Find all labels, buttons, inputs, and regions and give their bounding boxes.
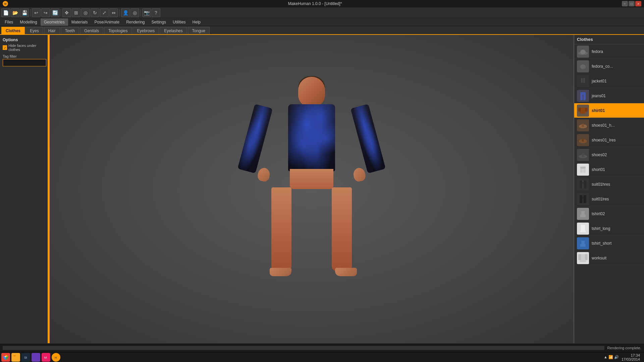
item-label-shirt01: shirt01 bbox=[592, 108, 605, 113]
taskbar-system-icons: ▲ 📶 🔊 bbox=[604, 355, 619, 359]
thumb-worksuit bbox=[577, 252, 589, 264]
tab-clothes[interactable]: Clothes bbox=[1, 27, 25, 34]
clothes-item-fedora[interactable]: fedora bbox=[574, 44, 644, 59]
clothes-item-tshirt02[interactable]: tshirt02 bbox=[574, 206, 644, 221]
menu-utilities[interactable]: Utilities bbox=[169, 18, 189, 26]
item-label-worksuit: worksuit bbox=[592, 256, 606, 260]
thumb-tshirt-short bbox=[577, 237, 589, 249]
clothes-item-worksuit[interactable]: worksuit bbox=[574, 251, 644, 265]
clothes-item-fedora-co[interactable]: fedora_co... bbox=[574, 59, 644, 74]
rotate-button[interactable]: ↻ bbox=[91, 8, 99, 17]
scale-button[interactable]: ⤢ bbox=[100, 8, 109, 17]
grid-button[interactable]: ⊞ bbox=[72, 8, 80, 17]
clothes-item-tshirt-short[interactable]: tshirt_short bbox=[574, 236, 644, 251]
thumb-fedora bbox=[577, 46, 589, 58]
svg-rect-5 bbox=[581, 78, 583, 83]
clothes-item-shirt01[interactable]: shirt01 bbox=[574, 103, 644, 118]
hide-faces-checkbox[interactable]: ✓ bbox=[3, 45, 7, 50]
save-button[interactable]: 💾 bbox=[20, 8, 29, 17]
camera-button[interactable]: 📷 bbox=[142, 8, 151, 17]
clothes-item-tshirt-long[interactable]: tshirt_long bbox=[574, 221, 644, 236]
svg-rect-43 bbox=[13, 355, 16, 356]
menu-modelling[interactable]: Modelling bbox=[16, 18, 40, 26]
hide-faces-option[interactable]: ✓ Hide faces under clothes bbox=[3, 44, 46, 52]
item-label-tshirt-long: tshirt_long bbox=[592, 226, 610, 231]
clothes-item-shoes01-lres[interactable]: shoes01_lres bbox=[574, 133, 644, 147]
open-button[interactable]: 📂 bbox=[11, 8, 19, 17]
mirror-button[interactable]: ⇔ bbox=[109, 8, 118, 17]
svg-rect-14 bbox=[582, 124, 584, 127]
transform-button[interactable]: ✥ bbox=[62, 8, 71, 17]
thumb-shoes02 bbox=[577, 149, 589, 161]
svg-rect-35 bbox=[579, 241, 581, 244]
clothes-item-jacket01[interactable]: jacket01 bbox=[574, 74, 644, 88]
svg-rect-9 bbox=[583, 95, 586, 100]
separator-4 bbox=[141, 9, 141, 16]
svg-point-1 bbox=[580, 50, 586, 54]
snap-button[interactable]: ◎ bbox=[81, 8, 90, 17]
thumb-shirt01 bbox=[577, 105, 589, 117]
tab-tongue[interactable]: Tongue bbox=[188, 27, 210, 34]
right-panel: Clothes fedora fedora_co... jacket01 bbox=[574, 35, 644, 343]
tab-eyelashes[interactable]: Eyelashes bbox=[160, 27, 187, 34]
tab-topologies[interactable]: Topologies bbox=[104, 27, 132, 34]
menu-rendering[interactable]: Rendering bbox=[123, 18, 148, 26]
thumb-fedora-co bbox=[577, 60, 589, 72]
clothes-item-shoes01-h[interactable]: shoes01_h... bbox=[574, 118, 644, 133]
taskbar-steam-icon[interactable]: St bbox=[21, 353, 30, 362]
clothes-item-short01[interactable]: short01 bbox=[574, 162, 644, 177]
svg-rect-19 bbox=[580, 167, 586, 169]
tag-filter-input[interactable] bbox=[3, 59, 46, 66]
options-label: Options bbox=[3, 38, 46, 42]
taskbar-files-icon[interactable] bbox=[11, 353, 20, 362]
menu-pose-animate[interactable]: Pose/Animate bbox=[91, 18, 123, 26]
menu-files[interactable]: Files bbox=[1, 18, 16, 26]
new-button[interactable]: 📄 bbox=[1, 8, 10, 17]
svg-text:H: H bbox=[55, 356, 57, 359]
clothes-item-jeans01[interactable]: jeans01 bbox=[574, 88, 644, 103]
svg-rect-36 bbox=[585, 241, 587, 244]
tab-genitals[interactable]: Genitals bbox=[80, 27, 103, 34]
help-button[interactable]: ? bbox=[152, 8, 160, 17]
tab-eyes[interactable]: Eyes bbox=[25, 27, 43, 34]
left-panel-resize-handle[interactable] bbox=[48, 35, 49, 343]
svg-rect-39 bbox=[585, 254, 588, 260]
hide-faces-label: Hide faces under clothes bbox=[8, 44, 46, 52]
minimize-button[interactable]: − bbox=[622, 1, 628, 6]
taskbar: St M H ▲ 📶 🔊 17:34 17/03/2014 bbox=[0, 352, 644, 362]
pose-button[interactable]: 👤 bbox=[121, 8, 130, 17]
tag-filter-label: Tag filter bbox=[3, 54, 46, 58]
titlebar: M MakeHuman 1.0.0 - [Untitled]* − □ ✕ bbox=[0, 0, 644, 7]
viewport[interactable] bbox=[50, 35, 574, 343]
undo-button[interactable]: ↩ bbox=[32, 8, 41, 17]
viewport-canvas bbox=[50, 35, 574, 343]
menu-geometries[interactable]: Geometries bbox=[41, 18, 68, 26]
menu-help[interactable]: Help bbox=[189, 18, 204, 26]
taskbar-app4-icon[interactable] bbox=[32, 353, 40, 362]
maximize-button[interactable]: □ bbox=[629, 1, 635, 6]
clothes-item-shoes02[interactable]: shoes02 bbox=[574, 147, 644, 162]
item-label-tshirt-short: tshirt_short bbox=[592, 241, 611, 246]
clothes-item-suit01lres[interactable]: suit01lres bbox=[574, 192, 644, 206]
taskbar-app5-icon[interactable]: M bbox=[42, 353, 50, 362]
figure-foot-left bbox=[270, 268, 291, 276]
tab-eyebrows[interactable]: Eyebrows bbox=[132, 27, 159, 34]
taskbar-app6-icon[interactable]: H bbox=[52, 353, 60, 362]
redo-button[interactable]: ↪ bbox=[41, 8, 50, 17]
svg-rect-8 bbox=[580, 95, 583, 100]
taskbar-chrome-icon[interactable] bbox=[1, 353, 10, 362]
menu-materials[interactable]: Materials bbox=[68, 18, 91, 26]
svg-point-46 bbox=[33, 355, 39, 360]
svg-point-3 bbox=[580, 64, 586, 69]
thumb-tshirt-long bbox=[577, 223, 589, 235]
tab-hair[interactable]: Hair bbox=[44, 27, 60, 34]
svg-rect-11 bbox=[578, 108, 581, 112]
item-label-shoes02: shoes02 bbox=[592, 153, 607, 157]
content-area: Options ✓ Hide faces under clothes Tag f… bbox=[0, 35, 644, 343]
menu-settings[interactable]: Settings bbox=[148, 18, 169, 26]
clothes-item-suit01hres[interactable]: suit01hres bbox=[574, 177, 644, 192]
close-button[interactable]: ✕ bbox=[635, 1, 641, 6]
target-button[interactable]: ◎ bbox=[130, 8, 139, 17]
tab-teeth[interactable]: Teeth bbox=[61, 27, 79, 34]
refresh-button[interactable]: 🔄 bbox=[51, 8, 59, 17]
